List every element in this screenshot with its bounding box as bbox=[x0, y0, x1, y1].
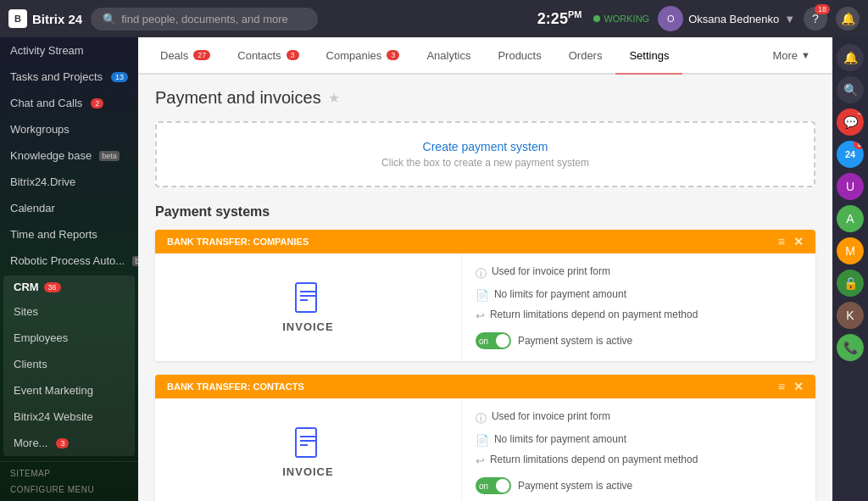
status-indicator: WORKING bbox=[593, 14, 649, 24]
deals-badge: 27 bbox=[193, 50, 210, 60]
sidebar-item-employees[interactable]: Employees bbox=[3, 325, 135, 351]
sidebar-item-rpa[interactable]: Robotic Process Auto... beta bbox=[0, 248, 138, 274]
info-row-1-0: ⓘ Used for invoice print form bbox=[476, 410, 802, 426]
workgroups-label: Workgroups bbox=[10, 123, 70, 136]
tab-analytics[interactable]: Analytics bbox=[413, 37, 484, 75]
page-content: Payment and invoices ★ Create payment sy… bbox=[138, 75, 832, 501]
payment-card-0: BANK TRANSFER: COMPANIES ≡ ✕ bbox=[155, 230, 815, 361]
menu-icon[interactable]: ≡ bbox=[778, 380, 785, 393]
tasks-label: Tasks and Projects bbox=[10, 70, 103, 83]
crm-badge: 36 bbox=[44, 282, 61, 292]
employees-label: Employees bbox=[14, 331, 68, 344]
sidebar-item-drive[interactable]: Bitrix24.Drive bbox=[0, 169, 138, 195]
tab-settings[interactable]: Settings bbox=[615, 37, 682, 75]
sitemap-link[interactable]: SITEMAP bbox=[0, 465, 138, 482]
right-avatar-1[interactable]: U bbox=[837, 173, 864, 200]
favorite-icon[interactable]: ★ bbox=[328, 90, 340, 106]
sidebar-item-calendar[interactable]: Calendar bbox=[0, 195, 138, 221]
right-phone-button[interactable]: 📞 bbox=[837, 334, 864, 361]
payment-card-right-1: ⓘ Used for invoice print form 📄 No limit… bbox=[462, 398, 815, 501]
help-button[interactable]: ? 18 bbox=[804, 7, 827, 31]
sidebar-item-sites[interactable]: Sites bbox=[3, 298, 135, 325]
right-search-button[interactable]: 🔍 bbox=[837, 76, 864, 103]
right-avatar-2[interactable]: A bbox=[837, 205, 864, 232]
tab-products[interactable]: Products bbox=[484, 37, 554, 75]
info-row-0-2: ↩ Return limitations depend on payment m… bbox=[476, 309, 802, 322]
topbar: B Bitrix 24 🔍 2:25PM WORKING O Oksana Be… bbox=[0, 0, 868, 37]
page-title-row: Payment and invoices ★ bbox=[155, 88, 815, 108]
user-info[interactable]: O Oksana Bednenko ▼ bbox=[658, 6, 795, 31]
sidebar-item-activity[interactable]: Activity Stream bbox=[0, 37, 138, 64]
reports-label: Time and Reports bbox=[10, 228, 97, 241]
info-icon: ⓘ bbox=[476, 411, 487, 426]
contacts-badge: 3 bbox=[287, 50, 299, 60]
toggle-row-0: on Payment system is active bbox=[476, 332, 802, 349]
sites-label: Sites bbox=[14, 305, 38, 318]
right-sidebar: 🔔 🔍 💬 3 24 5 U A M 🔒 K 📞 bbox=[832, 37, 868, 501]
crm-header[interactable]: CRM 36 bbox=[3, 276, 135, 298]
sidebar-item-tasks[interactable]: Tasks and Projects 13 bbox=[0, 64, 138, 90]
right-lock-button[interactable]: 🔒 bbox=[837, 270, 864, 297]
toggle-row-1: on Payment system is active bbox=[476, 477, 802, 494]
sidebar-item-event-marketing[interactable]: Event Marketing bbox=[3, 377, 135, 404]
close-icon[interactable]: ✕ bbox=[793, 380, 804, 393]
payment-card-body-0: INVOICE ⓘ Used for invoice print form 📄 … bbox=[155, 253, 815, 361]
right-avatar-4[interactable]: K bbox=[837, 302, 864, 329]
close-icon[interactable]: ✕ bbox=[793, 235, 804, 248]
website-label: Bitrix24 Website bbox=[14, 410, 93, 423]
main-layout: Activity Stream Tasks and Projects 13 Ch… bbox=[0, 37, 868, 501]
info-icon: ⓘ bbox=[476, 266, 487, 281]
info-row-1-1: 📄 No limits for payment amount bbox=[476, 433, 802, 447]
payment-toggle-0[interactable]: on bbox=[476, 332, 511, 349]
sidebar-item-chat[interactable]: Chat and Calls 2 bbox=[0, 90, 138, 116]
menu-icon[interactable]: ≡ bbox=[778, 235, 785, 248]
info-row-0-1: 📄 No limits for payment amount bbox=[476, 288, 802, 302]
logo[interactable]: B Bitrix 24 bbox=[8, 9, 82, 28]
content-area: Deals 27 Contacts 3 Companies 3 Analytic… bbox=[138, 37, 832, 501]
sidebar-item-clients[interactable]: Clients bbox=[3, 351, 135, 377]
calendar-label: Calendar bbox=[10, 202, 55, 214]
tab-companies[interactable]: Companies 3 bbox=[313, 37, 414, 75]
right-chat-button[interactable]: 💬 3 bbox=[837, 109, 864, 136]
invite-users-link[interactable]: INVITE USERS bbox=[0, 498, 138, 501]
avatar: O bbox=[658, 6, 683, 31]
tab-orders[interactable]: Orders bbox=[555, 37, 616, 75]
right-avatar-3[interactable]: M bbox=[837, 237, 864, 264]
search-input[interactable] bbox=[121, 13, 305, 25]
payment-toggle-1[interactable]: on bbox=[476, 477, 511, 494]
right-bell-button[interactable]: 🔔 bbox=[837, 44, 864, 71]
sidebar-item-workgroups[interactable]: Workgroups bbox=[0, 116, 138, 142]
svg-rect-4 bbox=[296, 428, 316, 457]
knowledge-beta: beta bbox=[99, 151, 120, 161]
sidebar-item-website[interactable]: Bitrix24 Website bbox=[3, 404, 135, 430]
create-payment-box[interactable]: Create payment system Click the box to c… bbox=[155, 121, 815, 187]
search-icon: 🔍 bbox=[843, 83, 858, 97]
clock: 2:25PM bbox=[537, 9, 582, 28]
status-dot bbox=[593, 15, 600, 22]
tab-more[interactable]: More ▼ bbox=[759, 37, 824, 75]
create-payment-link: Create payment system bbox=[174, 140, 797, 153]
notifications-button[interactable]: 🔔 bbox=[836, 7, 860, 31]
crm-section: CRM 36 Sites Employees Clients Event Mar… bbox=[3, 276, 135, 456]
section-title: Payment systems bbox=[155, 204, 815, 220]
file-icon: 📄 bbox=[476, 289, 489, 302]
payment-card-header-0: BANK TRANSFER: COMPANIES ≡ ✕ bbox=[155, 230, 815, 253]
info-row-1-2: ↩ Return limitations depend on payment m… bbox=[476, 454, 802, 467]
sidebar-item-more[interactable]: More... 3 bbox=[3, 430, 135, 456]
user-avatar: A bbox=[846, 212, 854, 225]
sidebar-item-knowledge[interactable]: Knowledge base beta bbox=[0, 142, 138, 169]
file-icon: 📄 bbox=[476, 434, 489, 447]
tab-bar: Deals 27 Contacts 3 Companies 3 Analytic… bbox=[138, 37, 832, 75]
user-avatar: K bbox=[846, 309, 854, 322]
tab-deals[interactable]: Deals 27 bbox=[147, 37, 224, 75]
logo-text: Bitrix 24 bbox=[32, 12, 82, 26]
payment-card-right-0: ⓘ Used for invoice print form 📄 No limit… bbox=[462, 253, 815, 361]
tab-contacts[interactable]: Contacts 3 bbox=[224, 37, 312, 75]
search-bar[interactable]: 🔍 bbox=[91, 8, 317, 31]
right-24-button[interactable]: 24 5 bbox=[837, 141, 864, 168]
configure-menu-link[interactable]: CONFIGURE MENU bbox=[0, 482, 138, 498]
sidebar-divider bbox=[0, 461, 138, 462]
chat-icon: 💬 bbox=[843, 115, 858, 129]
sidebar-item-reports[interactable]: Time and Reports bbox=[0, 221, 138, 248]
return-icon: ↩ bbox=[476, 454, 485, 467]
